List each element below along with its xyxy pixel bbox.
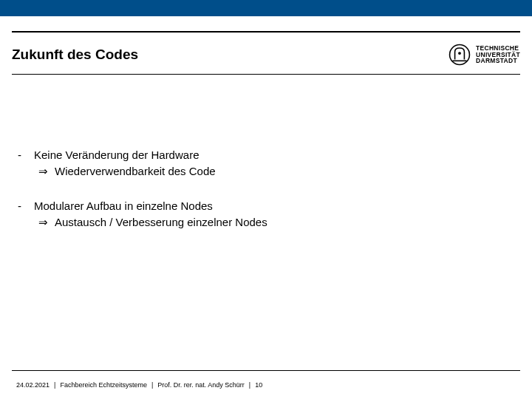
footer-rule: [12, 370, 520, 371]
slide: Zukunft des Codes TECHNISCHE UNIVERSITÄT…: [0, 0, 532, 399]
footer-sep: |: [248, 381, 252, 389]
list-item: - Modularer Aufbau in einzelne Nodes ⇒ A…: [18, 199, 514, 231]
bullet-main: Keine Veränderung der Hardware: [34, 148, 216, 163]
header-rule: [12, 74, 520, 75]
implies-arrow-icon: ⇒: [34, 215, 55, 230]
university-name: TECHNISCHE UNIVERSITÄT DARMSTADT: [476, 45, 520, 65]
header-row: Zukunft des Codes TECHNISCHE UNIVERSITÄT…: [12, 38, 520, 71]
top-rule: [12, 31, 520, 33]
footer-department: Fachbereich Echtzeitsysteme: [60, 381, 147, 389]
slide-title: Zukunft des Codes: [12, 47, 138, 63]
footer-sep: |: [150, 381, 154, 389]
implies-arrow-icon: ⇒: [34, 164, 55, 179]
athena-seal-icon: [448, 43, 471, 66]
footer-author: Prof. Dr. rer. nat. Andy Schürr: [157, 381, 245, 389]
bullet-sub: Wiederverwendbarkeit des Code: [55, 164, 216, 179]
bullet-dash: -: [18, 148, 34, 180]
svg-point-2: [458, 52, 461, 55]
university-logo: TECHNISCHE UNIVERSITÄT DARMSTADT: [448, 43, 520, 66]
bullet-dash: -: [18, 199, 34, 231]
bullet-main: Modularer Aufbau in einzelne Nodes: [34, 199, 267, 214]
list-item: - Keine Veränderung der Hardware ⇒ Wiede…: [18, 148, 514, 180]
bullet-body: Modularer Aufbau in einzelne Nodes ⇒ Aus…: [34, 199, 267, 231]
top-accent-bar: [0, 0, 532, 16]
footer-sep: |: [52, 381, 57, 389]
bullet-sub-row: ⇒ Wiederverwendbarkeit des Code: [34, 164, 216, 179]
uni-line3: DARMSTADT: [476, 58, 520, 64]
bullet-body: Keine Veränderung der Hardware ⇒ Wiederv…: [34, 148, 216, 180]
footer: 24.02.2021 | Fachbereich Echtzeitsysteme…: [16, 381, 516, 389]
footer-date: 24.02.2021: [16, 381, 50, 389]
bullet-sub-row: ⇒ Austausch / Verbesserung einzelner Nod…: [34, 215, 267, 230]
bullet-sub: Austausch / Verbesserung einzelner Nodes: [55, 215, 267, 230]
content-area: - Keine Veränderung der Hardware ⇒ Wiede…: [18, 148, 514, 249]
footer-page: 10: [255, 381, 262, 389]
